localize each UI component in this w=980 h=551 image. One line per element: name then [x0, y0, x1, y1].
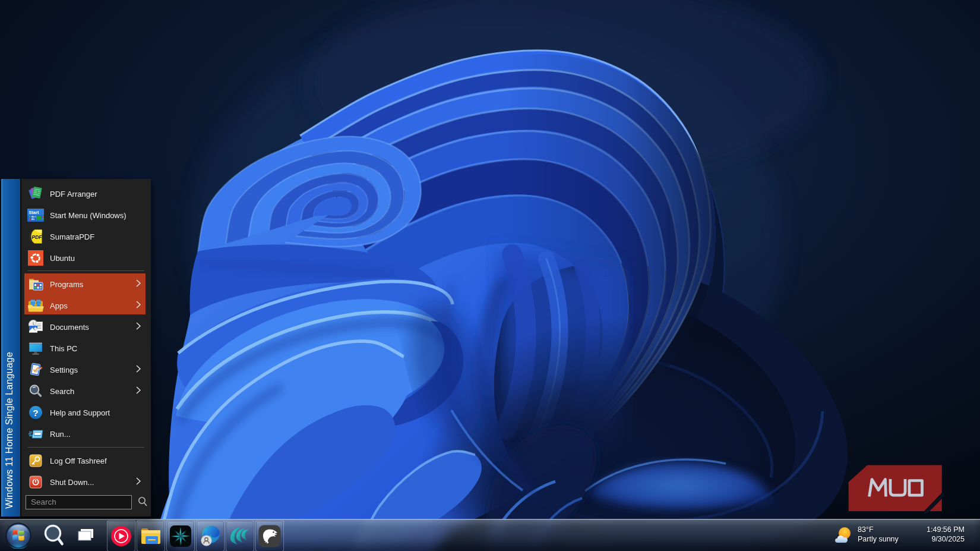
- svg-text:?: ?: [33, 408, 38, 418]
- svg-text:PDF: PDF: [32, 234, 43, 240]
- svg-text:Start: Start: [29, 210, 40, 215]
- svg-text:Ale: Ale: [31, 218, 35, 221]
